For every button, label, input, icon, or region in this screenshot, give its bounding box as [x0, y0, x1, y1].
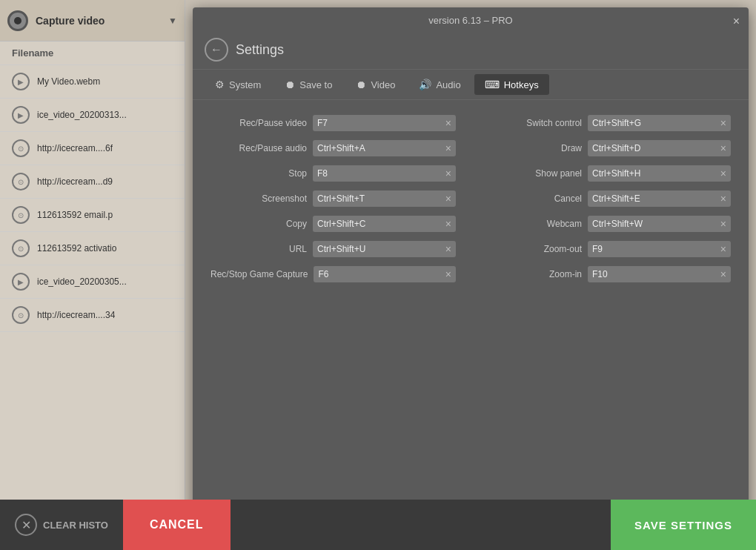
zoom-out-label: Zoom-out	[485, 244, 582, 254]
copy-value: Ctrl+Shift+C	[317, 219, 441, 229]
item-text: ice_video_20200313...	[37, 110, 127, 120]
copy-clear[interactable]: ×	[445, 219, 451, 229]
list-item[interactable]: ⊙ http://icecream....6f	[0, 132, 185, 165]
list-item[interactable]: ▶ My Video.webm	[0, 65, 185, 99]
screenshot-icon: ⊙	[12, 173, 30, 190]
save-settings-button[interactable]: SAVE SETTINGS	[611, 500, 756, 550]
hotkey-row-webcam: Webcam Ctrl+Shift+W ×	[485, 216, 731, 232]
tab-saveto[interactable]: ⏺ Save to	[274, 74, 342, 95]
hotkey-row-draw: Draw Ctrl+Shift+D ×	[485, 140, 731, 156]
zoom-in-value: F10	[592, 269, 716, 279]
switch-control-clear[interactable]: ×	[720, 118, 726, 128]
show-panel-clear[interactable]: ×	[720, 168, 726, 179]
hotkey-row-rec-pause-audio: Rec/Pause audio Ctrl+Shift+A ×	[210, 140, 456, 156]
webcam-value: Ctrl+Shift+W	[592, 219, 716, 229]
game-capture-input[interactable]: F6 ×	[314, 266, 456, 282]
cancel-button[interactable]: CANCEL	[123, 500, 231, 550]
url-value: Ctrl+Shift+U	[317, 244, 441, 254]
tab-system[interactable]: ⚙ System	[205, 74, 271, 95]
zoom-out-input[interactable]: F9 ×	[588, 241, 731, 257]
rec-pause-video-input[interactable]: F7 ×	[313, 115, 456, 131]
hotkey-row-rec-pause-video: Rec/Pause video F7 ×	[210, 115, 456, 131]
hotkey-row-url: URL Ctrl+Shift+U ×	[210, 241, 456, 257]
list-item[interactable]: ▶ ice_video_20200313...	[0, 99, 185, 132]
show-panel-input[interactable]: Ctrl+Shift+H ×	[588, 165, 731, 182]
dropdown-arrow-icon[interactable]: ▼	[168, 16, 177, 26]
hotkey-row-zoom-out: Zoom-out F9 ×	[485, 241, 731, 257]
list-item[interactable]: ▶ ice_video_20200305...	[0, 265, 185, 299]
zoom-in-input[interactable]: F10 ×	[588, 266, 731, 282]
clear-history-button[interactable]: ✕ CLEAR HISTO	[0, 500, 123, 550]
rec-pause-video-label: Rec/Pause video	[210, 118, 307, 128]
rec-pause-audio-clear[interactable]: ×	[445, 143, 451, 153]
show-panel-label: Show panel	[485, 168, 582, 179]
url-label: URL	[210, 244, 307, 254]
item-text: 112613592 activatio	[37, 243, 116, 254]
hotkey-row-copy: Copy Ctrl+Shift+C ×	[210, 216, 456, 232]
clear-history-icon: ✕	[15, 514, 37, 536]
rec-pause-audio-input[interactable]: Ctrl+Shift+A ×	[313, 140, 456, 156]
tab-audio[interactable]: 🔊 Audio	[408, 74, 471, 95]
hotkeys-content: Rec/Pause video F7 × Rec/Pause audio Ctr…	[193, 100, 749, 306]
capture-label: Capture video	[36, 15, 161, 27]
switch-control-input[interactable]: Ctrl+Shift+G ×	[588, 115, 731, 131]
close-button[interactable]: ×	[733, 15, 740, 28]
tab-saveto-label: Save to	[299, 79, 332, 90]
webcam-label: Webcam	[485, 219, 582, 229]
capture-icon	[7, 10, 28, 31]
video-icon: ▶	[12, 273, 30, 291]
screenshot-clear[interactable]: ×	[445, 193, 451, 204]
url-clear[interactable]: ×	[445, 244, 451, 254]
saveto-icon: ⏺	[285, 79, 295, 90]
screenshot-value: Ctrl+Shift+T	[317, 193, 441, 204]
switch-control-label: Switch control	[485, 118, 582, 128]
back-button[interactable]: ←	[205, 38, 228, 62]
cancel-hotkey-input[interactable]: Ctrl+Shift+E ×	[588, 190, 731, 207]
list-item[interactable]: ⊙ 112613592 activatio	[0, 232, 185, 265]
webcam-input[interactable]: Ctrl+Shift+W ×	[588, 216, 731, 232]
item-text: http://icecream....34	[37, 310, 115, 320]
settings-modal: × version 6.13 – PRO ← Settings ⚙ System…	[193, 7, 749, 526]
x-icon: ✕	[21, 518, 31, 532]
hotkey-row-cancel: Cancel Ctrl+Shift+E ×	[485, 190, 731, 207]
stop-input[interactable]: F8 ×	[313, 165, 456, 182]
sidebar-header: Capture video ▼	[0, 0, 185, 42]
rec-pause-audio-label: Rec/Pause audio	[210, 143, 307, 153]
stop-clear[interactable]: ×	[445, 168, 451, 179]
cancel-hotkey-clear[interactable]: ×	[720, 193, 726, 204]
tab-video-label: Video	[371, 79, 395, 90]
item-text: 112613592 email.p	[37, 210, 113, 220]
tab-video[interactable]: ⏺ Video	[345, 74, 405, 95]
switch-control-value: Ctrl+Shift+G	[592, 118, 716, 128]
zoom-out-clear[interactable]: ×	[720, 244, 726, 254]
url-input[interactable]: Ctrl+Shift+U ×	[313, 241, 456, 257]
screenshot-icon: ⊙	[12, 306, 30, 324]
system-icon: ⚙	[215, 79, 225, 90]
draw-clear[interactable]: ×	[720, 143, 726, 153]
draw-input[interactable]: Ctrl+Shift+D ×	[588, 140, 731, 156]
video-tab-icon: ⏺	[356, 79, 366, 90]
modal-title: version 6.13 – PRO	[193, 7, 749, 33]
draw-value: Ctrl+Shift+D	[592, 143, 716, 153]
copy-input[interactable]: Ctrl+Shift+C ×	[313, 216, 456, 232]
rec-pause-video-clear[interactable]: ×	[445, 118, 451, 128]
hotkeys-right-column: Switch control Ctrl+Shift+G × Draw Ctrl+…	[485, 115, 731, 291]
list-item[interactable]: ⊙ http://icecream...d9	[0, 165, 185, 199]
zoom-in-label: Zoom-in	[485, 269, 582, 279]
hotkeys-grid: Rec/Pause video F7 × Rec/Pause audio Ctr…	[210, 115, 731, 291]
screenshot-icon: ⊙	[12, 239, 30, 257]
game-capture-clear[interactable]: ×	[445, 269, 451, 279]
list-item[interactable]: ⊙ 112613592 email.p	[0, 199, 185, 232]
list-item[interactable]: ⊙ http://icecream....34	[0, 299, 185, 332]
webcam-clear[interactable]: ×	[720, 219, 726, 229]
show-panel-value: Ctrl+Shift+H	[592, 168, 716, 179]
zoom-in-clear[interactable]: ×	[720, 269, 726, 279]
rec-pause-video-value: F7	[317, 118, 441, 128]
tab-audio-label: Audio	[436, 79, 460, 90]
screenshot-icon: ⊙	[12, 139, 30, 157]
clear-history-label: CLEAR HISTO	[43, 520, 108, 531]
hotkey-row-screenshot: Screenshot Ctrl+Shift+T ×	[210, 190, 456, 207]
hotkey-row-stop: Stop F8 ×	[210, 165, 456, 182]
tab-hotkeys[interactable]: ⌨ Hotkeys	[474, 74, 549, 95]
screenshot-input[interactable]: Ctrl+Shift+T ×	[313, 190, 456, 207]
